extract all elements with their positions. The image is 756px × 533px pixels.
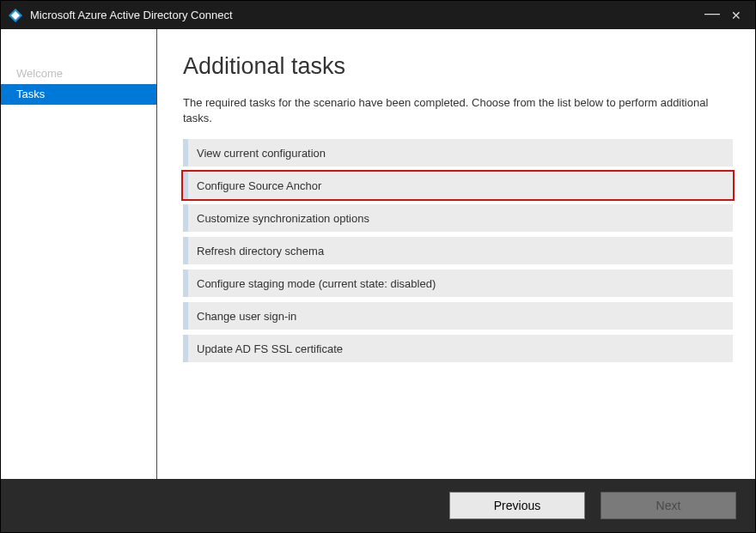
task-refresh-schema[interactable]: Refresh directory schema [183,237,733,264]
task-change-signin[interactable]: Change user sign-in [183,302,733,330]
azure-icon [8,8,23,23]
footer: Previous Next [1,479,755,532]
task-label: Customize synchronization options [188,212,369,225]
intro-text: The required tasks for the scenario have… [183,95,733,125]
sidebar: Welcome Tasks [1,29,157,479]
titlebar: Microsoft Azure Active Directory Connect… [1,1,755,29]
task-label: Configure Source Anchor [188,179,321,192]
sidebar-item-tasks[interactable]: Tasks [1,84,156,105]
task-configure-source-anchor[interactable]: Configure Source Anchor [183,172,733,199]
task-label: Refresh directory schema [188,245,324,257]
task-update-ssl[interactable]: Update AD FS SSL certificate [183,335,733,362]
previous-button[interactable]: Previous [449,492,585,519]
task-label: Update AD FS SSL certificate [188,342,343,355]
task-label: View current configuration [188,147,326,160]
sidebar-item-welcome[interactable]: Welcome [1,64,156,84]
main: Additional tasks The required tasks for … [157,29,755,479]
task-staging-mode[interactable]: Configure staging mode (current state: d… [183,270,733,297]
page-title: Additional tasks [183,53,733,80]
close-button[interactable]: ✕ [724,9,748,22]
task-customize-sync[interactable]: Customize synchronization options [183,204,733,232]
minimize-button[interactable]: — [700,9,724,17]
body: Welcome Tasks Additional tasks The requi… [1,29,755,479]
task-label: Configure staging mode (current state: d… [188,277,436,290]
next-button: Next [601,492,736,519]
window: Microsoft Azure Active Directory Connect… [0,0,756,533]
window-title: Microsoft Azure Active Directory Connect [30,9,700,21]
task-label: Change user sign-in [188,310,296,323]
task-view-config[interactable]: View current configuration [183,139,733,167]
